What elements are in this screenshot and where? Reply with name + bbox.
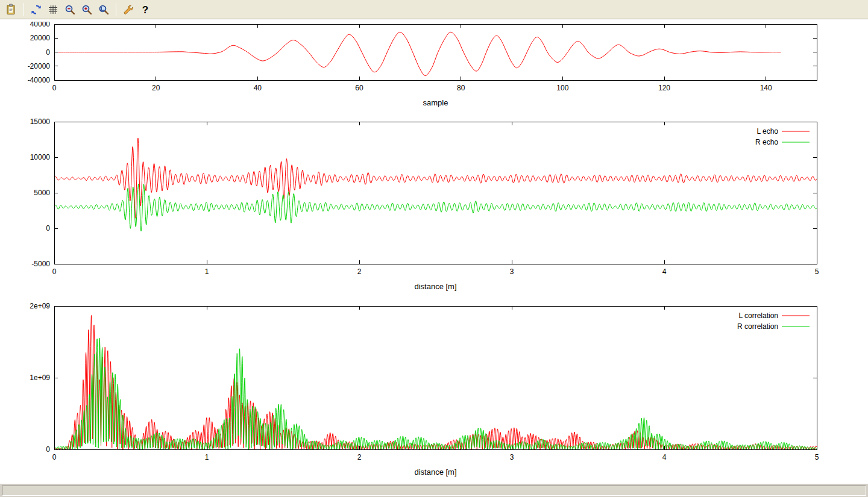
- svg-text:distance [m]: distance [m]: [414, 467, 456, 477]
- grid-icon: [47, 4, 59, 16]
- echo-signals-chart[interactable]: 012345-5000050001000015000distance [m]L …: [0, 116, 868, 298]
- svg-text:L echo: L echo: [756, 127, 778, 136]
- statusbar: [0, 483, 868, 497]
- svg-text:5: 5: [815, 453, 819, 461]
- svg-text:40: 40: [254, 84, 262, 92]
- svg-text:2: 2: [357, 453, 362, 461]
- svg-text:140: 140: [760, 84, 772, 92]
- svg-text:5000: 5000: [34, 189, 50, 197]
- svg-text:0: 0: [52, 84, 57, 92]
- svg-text:100: 100: [556, 84, 568, 92]
- svg-text:3: 3: [510, 267, 514, 276]
- svg-text:-40000: -40000: [28, 76, 51, 84]
- svg-text:0: 0: [52, 453, 57, 461]
- help-icon: ?: [139, 4, 151, 16]
- zoom-next-button[interactable]: [79, 2, 95, 17]
- copy-to-clipboard-button[interactable]: [4, 2, 19, 17]
- clipboard-icon: [5, 4, 17, 16]
- svg-text:-20000: -20000: [28, 62, 51, 70]
- svg-text:sample: sample: [423, 98, 448, 107]
- gnuplot-window: ? 020406080100120140-40000-2000002000040…: [0, 0, 868, 497]
- configure-button[interactable]: [121, 2, 136, 17]
- toolbar-separator: [24, 3, 24, 16]
- autoscale-button[interactable]: [96, 2, 112, 17]
- svg-text:2e+09: 2e+09: [30, 302, 50, 310]
- svg-text:2: 2: [357, 267, 362, 276]
- svg-text:0: 0: [52, 267, 57, 276]
- svg-text:0: 0: [46, 48, 50, 57]
- svg-text:20: 20: [152, 84, 160, 92]
- svg-text:distance [m]: distance [m]: [414, 282, 456, 291]
- svg-text:4: 4: [662, 267, 667, 276]
- zoom-previous-button[interactable]: [62, 2, 78, 17]
- svg-text:0: 0: [46, 445, 50, 454]
- svg-text:40000: 40000: [30, 22, 51, 28]
- wrench-icon: [122, 4, 134, 16]
- svg-text:L correlation: L correlation: [738, 311, 778, 320]
- pulse-waveform-chart[interactable]: 020406080100120140-40000-200000200004000…: [0, 22, 868, 116]
- svg-text:120: 120: [658, 84, 670, 92]
- plot-canvas: 020406080100120140-40000-200000200004000…: [0, 19, 868, 483]
- svg-text:1: 1: [205, 267, 209, 276]
- toolbar: ?: [0, 0, 868, 19]
- help-button[interactable]: ?: [137, 2, 153, 17]
- svg-text:20000: 20000: [30, 34, 51, 42]
- svg-text:4: 4: [662, 453, 667, 461]
- status-message: [2, 486, 866, 496]
- zoom-previous-icon: [64, 4, 76, 16]
- svg-text:15000: 15000: [30, 117, 51, 126]
- svg-text:10000: 10000: [30, 153, 51, 161]
- refresh-icon: [30, 4, 42, 16]
- toolbar-separator: [116, 3, 116, 16]
- svg-text:R echo: R echo: [755, 138, 778, 146]
- svg-text:-5000: -5000: [31, 260, 50, 268]
- toggle-grid-button[interactable]: [45, 2, 61, 17]
- svg-text:1e+09: 1e+09: [30, 374, 50, 382]
- svg-text:80: 80: [457, 84, 465, 92]
- svg-text:5: 5: [815, 267, 819, 276]
- svg-text:R correlation: R correlation: [737, 322, 778, 331]
- correlation-chart[interactable]: 01234501e+092e+09distance [m]L correlati…: [0, 300, 868, 482]
- svg-text:0: 0: [46, 224, 50, 233]
- svg-text:60: 60: [355, 84, 363, 92]
- svg-text:1: 1: [205, 453, 209, 461]
- svg-text:?: ?: [142, 4, 148, 15]
- svg-text:3: 3: [510, 453, 514, 461]
- zoom-next-icon: [81, 4, 93, 16]
- autoscale-icon: [98, 4, 110, 16]
- replot-button[interactable]: [28, 2, 44, 17]
